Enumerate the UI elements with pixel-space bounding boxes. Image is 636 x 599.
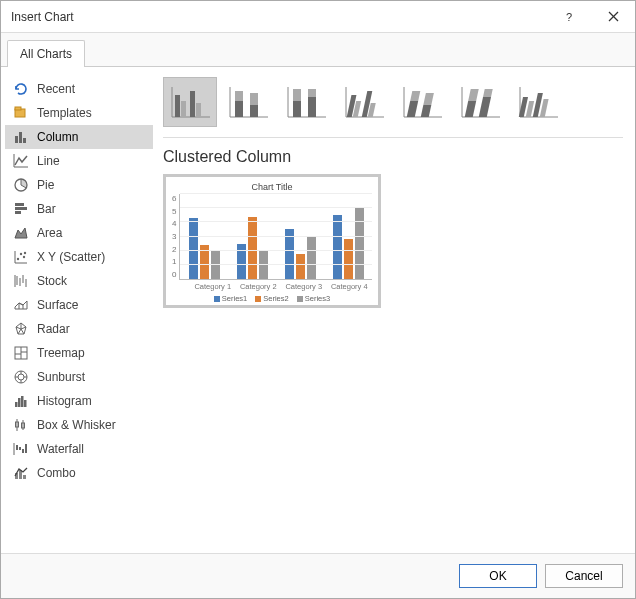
titlebar: Insert Chart ? — [1, 1, 635, 33]
svg-rect-56 — [19, 447, 21, 450]
sidebar-item-treemap[interactable]: Treemap — [5, 341, 153, 365]
chart-preview[interactable]: Chart Title 6543210 Category 1Category 2… — [163, 174, 381, 308]
sidebar-item-recent[interactable]: Recent — [5, 77, 153, 101]
sidebar-item-waterfall[interactable]: Waterfall — [5, 437, 153, 461]
sidebar-item-label: Stock — [37, 274, 67, 288]
waterfall-icon — [13, 441, 29, 457]
svg-text:?: ? — [566, 11, 572, 23]
svg-rect-72 — [250, 105, 258, 117]
scatter-icon — [13, 249, 29, 265]
bar — [355, 208, 364, 279]
sidebar-item-histogram[interactable]: Histogram — [5, 389, 153, 413]
svg-rect-103 — [540, 99, 549, 117]
svg-rect-94 — [465, 101, 476, 117]
svg-rect-88 — [407, 101, 418, 117]
svg-line-33 — [21, 329, 24, 334]
bar — [344, 239, 353, 279]
recent-icon — [13, 81, 29, 97]
sidebar-item-label: Templates — [37, 106, 92, 120]
radar-icon — [13, 321, 29, 337]
sidebar-item-stock[interactable]: Stock — [5, 269, 153, 293]
subtype-stacked-column-3d[interactable] — [395, 77, 449, 127]
svg-rect-13 — [15, 203, 24, 206]
svg-point-19 — [17, 258, 19, 260]
svg-rect-90 — [421, 105, 432, 117]
svg-point-21 — [23, 256, 25, 258]
subtype-clustered-column[interactable] — [163, 77, 217, 127]
bar — [333, 215, 342, 279]
surface-icon — [13, 297, 29, 313]
close-button[interactable] — [591, 1, 635, 33]
svg-rect-70 — [235, 101, 243, 117]
sidebar-item-label: Radar — [37, 322, 70, 336]
svg-rect-89 — [410, 91, 420, 101]
sidebar-item-label: Surface — [37, 298, 78, 312]
sidebar-item-line[interactable]: Line — [5, 149, 153, 173]
sidebar-item-pie[interactable]: Pie — [5, 173, 153, 197]
sidebar-item-box-whisker[interactable]: Box & Whisker — [5, 413, 153, 437]
svg-rect-101 — [526, 101, 534, 117]
svg-rect-61 — [23, 475, 26, 479]
sidebar-item-label: Line — [37, 154, 60, 168]
svg-rect-97 — [483, 89, 493, 97]
stock-icon — [13, 273, 29, 289]
cancel-button[interactable]: Cancel — [545, 564, 623, 588]
svg-rect-76 — [293, 101, 301, 117]
pie-icon — [13, 177, 29, 193]
line-icon — [13, 153, 29, 169]
help-button[interactable]: ? — [547, 1, 591, 33]
sunburst-icon — [13, 369, 29, 385]
svg-rect-7 — [23, 138, 26, 143]
sidebar-item-label: Area — [37, 226, 62, 240]
sidebar-item-bar[interactable]: Bar — [5, 197, 153, 221]
sidebar-item-x-y-scatter-[interactable]: X Y (Scatter) — [5, 245, 153, 269]
dialog-content: RecentTemplatesColumnLinePieBarAreaX Y (… — [1, 67, 635, 553]
dialog-footer: OK Cancel — [1, 553, 635, 598]
sidebar-item-templates[interactable]: Templates — [5, 101, 153, 125]
sidebar-item-label: Recent — [37, 82, 75, 96]
box-whisker-icon — [13, 417, 29, 433]
sidebar-item-label: Sunburst — [37, 370, 85, 384]
subtype-clustered-column-3d[interactable] — [337, 77, 391, 127]
subtype-title: Clustered Column — [163, 148, 623, 166]
subtype-stacked-100-column-3d[interactable] — [453, 77, 507, 127]
bar — [296, 254, 305, 280]
chart-legend: Series1Series2Series3 — [172, 294, 372, 303]
bar-icon — [13, 201, 29, 217]
subtype-column-3d[interactable] — [511, 77, 565, 127]
svg-rect-78 — [308, 97, 316, 117]
sidebar-item-surface[interactable]: Surface — [5, 293, 153, 317]
svg-rect-67 — [196, 103, 201, 117]
svg-rect-64 — [175, 95, 180, 117]
sidebar-item-label: Bar — [37, 202, 56, 216]
sidebar-item-label: X Y (Scatter) — [37, 250, 105, 264]
sidebar-item-radar[interactable]: Radar — [5, 317, 153, 341]
chart-category-list: RecentTemplatesColumnLinePieBarAreaX Y (… — [5, 71, 153, 549]
sidebar-item-label: Box & Whisker — [37, 418, 116, 432]
tab-all-charts[interactable]: All Charts — [7, 40, 85, 67]
ok-button[interactable]: OK — [459, 564, 537, 588]
sidebar-item-combo[interactable]: Combo — [5, 461, 153, 485]
sidebar-item-label: Histogram — [37, 394, 92, 408]
svg-rect-48 — [21, 396, 24, 407]
svg-rect-49 — [24, 400, 27, 407]
svg-rect-55 — [16, 445, 18, 450]
svg-rect-66 — [190, 91, 195, 117]
sidebar-item-column[interactable]: Column — [5, 125, 153, 149]
window-title: Insert Chart — [11, 10, 547, 24]
chart-title: Chart Title — [172, 182, 372, 192]
bar — [248, 217, 257, 279]
sidebar-item-label: Combo — [37, 466, 76, 480]
sidebar-item-area[interactable]: Area — [5, 221, 153, 245]
svg-rect-15 — [15, 211, 21, 214]
svg-rect-71 — [235, 91, 243, 101]
subtype-stacked-100-column[interactable] — [279, 77, 333, 127]
svg-rect-91 — [423, 93, 434, 105]
sidebar-item-sunburst[interactable]: Sunburst — [5, 365, 153, 389]
svg-rect-46 — [15, 402, 18, 407]
svg-rect-65 — [181, 101, 186, 117]
area-icon — [13, 225, 29, 241]
main-panel: Clustered Column Chart Title 6543210 Cat… — [159, 71, 631, 549]
subtype-stacked-column[interactable] — [221, 77, 275, 127]
tab-strip: All Charts — [1, 33, 635, 67]
